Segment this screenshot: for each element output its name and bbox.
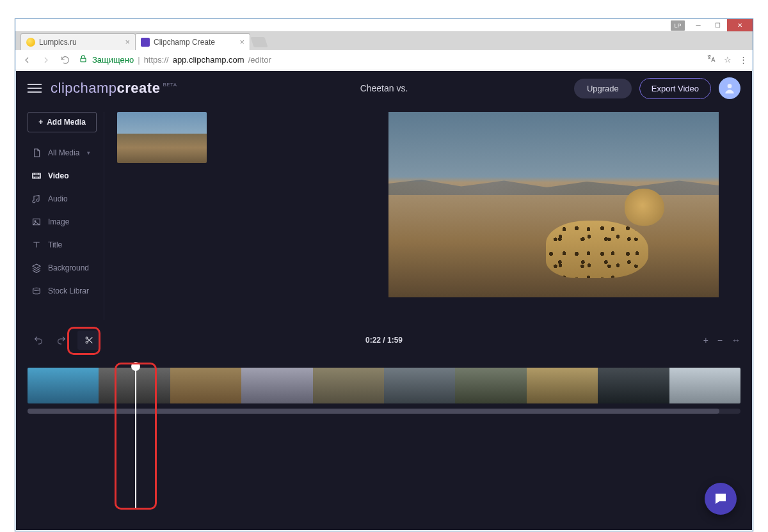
browser-tab-lumpics[interactable]: Lumpics.ru × (20, 33, 136, 50)
address-bar: Защищено | https://app.clipchamp.com/edi… (15, 50, 753, 70)
menu-dots-icon[interactable]: ⋮ (739, 55, 748, 65)
minimize-button[interactable]: ─ (689, 19, 708, 31)
logo-text-bold: create (117, 80, 161, 97)
logo-text-thin: clipchamp (51, 80, 117, 97)
browser-window: LP ─ ☐ ✕ Lumpics.ru × Clipchamp Create × (15, 19, 753, 531)
tab-label: Lumpics.ru (39, 38, 77, 47)
app-root: clipchampcreate BETA Cheetan vs. Upgrade… (16, 71, 752, 530)
account-badge[interactable]: LP (671, 20, 685, 31)
hamburger-menu-icon[interactable] (28, 81, 42, 95)
timeline-frame (669, 368, 740, 403)
chevron-down-icon: ▾ (87, 150, 90, 156)
close-window-button[interactable]: ✕ (727, 19, 753, 31)
translate-icon[interactable] (706, 54, 716, 66)
close-tab-icon[interactable]: × (239, 37, 244, 47)
close-tab-icon[interactable]: × (125, 37, 130, 47)
undo-button[interactable] (31, 333, 45, 347)
timeline-frame (241, 368, 312, 403)
sidebar-item-stock[interactable]: Stock Librar (28, 281, 104, 301)
add-media-button[interactable]: + Add Media (28, 112, 97, 132)
window-titlebar: LP ─ ☐ ✕ (15, 19, 753, 32)
timeline-playhead[interactable] (135, 366, 136, 508)
logo-beta-badge: BETA (163, 82, 177, 88)
reload-button[interactable] (59, 54, 72, 66)
timeline-panel: 0:22 / 1:59 + − ↔ (28, 327, 740, 525)
forward-button[interactable] (40, 54, 52, 66)
chat-support-button[interactable] (705, 483, 737, 515)
split-clip-button[interactable] (77, 331, 100, 350)
url-protocol: https:// (144, 55, 169, 65)
lock-icon (78, 54, 88, 66)
url-host: app.clipchamp.com (173, 55, 244, 65)
sidebar-item-title[interactable]: Title (28, 235, 104, 255)
sidebar-item-label: Image (48, 217, 69, 226)
favicon-icon (141, 38, 150, 47)
file-icon (31, 148, 42, 158)
zoom-in-button[interactable]: + (703, 335, 708, 345)
video-icon (31, 171, 42, 181)
app-body: + Add Media All Media ▾ Video (16, 106, 752, 320)
secure-label: Защищено (92, 55, 134, 65)
new-tab-button[interactable] (250, 37, 268, 47)
timeline-track-container (28, 368, 740, 414)
tab-label: Clipchamp Create (154, 38, 215, 47)
zoom-fit-button[interactable]: ↔ (732, 335, 740, 345)
sidebar-item-image[interactable]: Image (28, 212, 104, 232)
svg-point-6 (86, 341, 88, 343)
zoom-out-button[interactable]: − (717, 335, 723, 345)
stock-icon (31, 286, 42, 296)
sidebar-item-background[interactable]: Background (28, 258, 104, 278)
project-title[interactable]: Cheetan vs. (360, 83, 408, 93)
favicon-icon (26, 38, 35, 47)
back-button[interactable] (20, 54, 33, 66)
browser-tabstrip: Lumpics.ru × Clipchamp Create × (15, 32, 753, 50)
export-video-button[interactable]: Export Video (639, 78, 711, 99)
svg-point-5 (86, 337, 88, 339)
media-library (111, 112, 360, 320)
sidebar-item-label: All Media (48, 148, 79, 157)
maximize-button[interactable]: ☐ (708, 19, 727, 31)
svg-point-1 (728, 84, 732, 88)
avatar[interactable] (719, 77, 740, 99)
timeline-frame (598, 368, 669, 403)
timeline-frame (455, 368, 526, 403)
sidebar-item-label: Audio (48, 194, 68, 203)
sidebar-item-video[interactable]: Video (28, 166, 104, 186)
upgrade-button[interactable]: Upgrade (574, 79, 632, 98)
sidebar-item-audio[interactable]: Audio (28, 189, 104, 209)
url-field[interactable]: Защищено | https://app.clipchamp.com/edi… (78, 54, 700, 66)
timeline-frame (313, 368, 384, 403)
preview-panel (367, 112, 740, 320)
user-icon (723, 82, 736, 95)
timeline-frame (384, 368, 455, 403)
app-header: clipchampcreate BETA Cheetan vs. Upgrade… (16, 71, 752, 106)
timeline-time-display: 0:22 / 1:59 (365, 336, 403, 345)
layers-icon (31, 263, 42, 273)
svg-rect-0 (81, 58, 86, 61)
video-preview[interactable] (388, 112, 719, 297)
audio-icon (31, 194, 42, 204)
sidebar-item-label: Stock Librar (48, 286, 89, 295)
sidebar-item-label: Title (48, 240, 62, 249)
bookmark-star-icon[interactable]: ☆ (724, 55, 732, 65)
browser-tab-clipchamp[interactable]: Clipchamp Create × (135, 33, 250, 50)
scrollbar-thumb[interactable] (28, 409, 719, 414)
media-thumbnail[interactable] (117, 112, 207, 163)
sidebar-item-label: Background (48, 263, 89, 272)
timeline-toolbar: 0:22 / 1:59 + − ↔ (28, 327, 740, 354)
plus-icon: + (38, 118, 43, 127)
redo-button[interactable] (54, 333, 68, 347)
svg-rect-2 (33, 173, 40, 178)
sidebar: + Add Media All Media ▾ Video (28, 112, 104, 320)
sidebar-item-all-media[interactable]: All Media ▾ (28, 143, 104, 163)
clipchamp-logo: clipchampcreate BETA (51, 80, 177, 97)
add-media-label: Add Media (47, 118, 86, 127)
timeline-frame (527, 368, 598, 403)
url-path: /editor (248, 55, 271, 65)
svg-point-4 (35, 221, 36, 222)
timeline-frame (170, 368, 241, 403)
image-icon (31, 217, 42, 227)
timeline-frame (28, 368, 99, 403)
chat-icon (713, 491, 728, 506)
title-icon (31, 240, 42, 250)
